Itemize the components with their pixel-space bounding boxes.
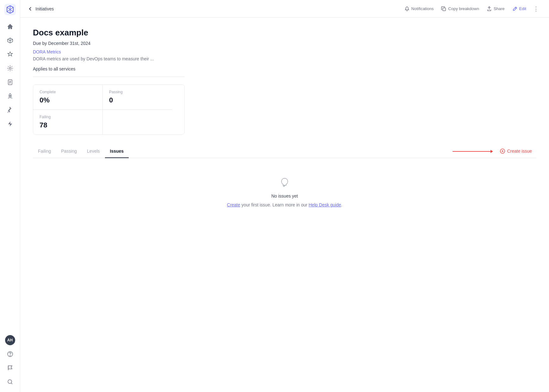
svg-rect-8 <box>443 8 446 11</box>
back-arrow-icon <box>28 6 33 11</box>
copy-icon <box>441 6 446 11</box>
empty-desc-suffix: . <box>341 202 342 207</box>
edit-button[interactable]: Edit <box>509 4 529 13</box>
topbar: Initiatives Notifications Copy breakdown… <box>20 0 549 18</box>
create-first-issue-link[interactable]: Create <box>227 202 240 207</box>
topbar-actions: Notifications Copy breakdown Share Edit … <box>401 4 541 14</box>
copy-breakdown-label: Copy breakdown <box>448 6 479 11</box>
due-date: Due by December 31st, 2024 <box>33 41 536 46</box>
sidebar-item-document[interactable] <box>4 76 16 89</box>
back-button[interactable]: Initiatives <box>28 6 54 11</box>
passing-label: Passing <box>109 90 166 94</box>
help-desk-link[interactable]: Help Desk guide <box>309 202 341 207</box>
share-icon <box>487 6 492 11</box>
empty-title: No issues yet <box>271 193 298 199</box>
topbar-title: Initiatives <box>35 6 54 11</box>
applies-label: Applies to all services <box>33 66 536 71</box>
empty-desc-middle: your first issue. Learn more in our <box>240 202 309 207</box>
tab-failing[interactable]: Failing <box>33 145 56 158</box>
tab-issues[interactable]: Issues <box>105 145 129 158</box>
arrow-line <box>453 151 490 152</box>
sidebar-item-flag[interactable] <box>4 362 16 374</box>
page-title: Docs example <box>33 28 536 38</box>
sidebar-item-settings[interactable] <box>4 62 16 75</box>
tab-levels[interactable]: Levels <box>82 145 105 158</box>
copy-breakdown-button[interactable]: Copy breakdown <box>438 4 482 13</box>
dora-metrics-link[interactable]: DORA Metrics <box>33 49 61 54</box>
empty-stat <box>103 110 172 134</box>
app-logo[interactable] <box>4 4 16 15</box>
lightbulb-icon <box>279 177 290 190</box>
sidebar-item-home[interactable] <box>4 20 16 33</box>
create-issue-button[interactable]: Create issue <box>496 146 536 156</box>
notifications-button[interactable]: Notifications <box>401 4 437 13</box>
page-content: Docs example Due by December 31st, 2024 … <box>20 18 549 392</box>
complete-label: Complete <box>40 90 96 94</box>
edit-icon <box>512 6 517 11</box>
empty-description: Create your first issue. Learn more in o… <box>227 202 342 207</box>
sidebar-item-search[interactable] <box>4 376 16 388</box>
svg-point-6 <box>8 380 12 383</box>
sidebar-item-cube[interactable] <box>4 34 16 47</box>
tabs-spacer <box>129 150 496 153</box>
stats-grid: Complete 0% Passing 0 Failing 78 <box>33 84 185 135</box>
svg-point-3 <box>9 95 10 96</box>
edit-label: Edit <box>519 6 526 11</box>
description-text: DORA metrics are used by DevOps teams to… <box>33 56 536 61</box>
failing-label: Failing <box>40 115 96 119</box>
share-button[interactable]: Share <box>484 4 508 13</box>
svg-point-5 <box>10 355 10 356</box>
arrow-container <box>129 150 496 153</box>
share-label: Share <box>494 6 505 11</box>
passing-value: 0 <box>109 96 166 104</box>
complete-value: 0% <box>40 96 96 104</box>
bell-icon <box>404 6 410 11</box>
sidebar-item-help[interactable] <box>4 348 16 360</box>
tabs-list: Failing Passing Levels Issues <box>33 145 129 158</box>
tab-passing[interactable]: Passing <box>56 145 82 158</box>
sidebar-item-rocket[interactable] <box>4 90 16 102</box>
sidebar-item-bolt[interactable] <box>4 118 16 130</box>
plus-circle-icon <box>500 149 505 154</box>
svg-point-1 <box>9 67 11 69</box>
tabs-bar: Failing Passing Levels Issues Create iss… <box>33 145 536 158</box>
complete-stat: Complete 0% <box>33 85 103 110</box>
sidebar-item-pin[interactable] <box>4 104 16 116</box>
failing-value: 78 <box>40 121 96 129</box>
notifications-label: Notifications <box>411 6 434 11</box>
sidebar-item-star[interactable] <box>4 48 16 61</box>
passing-stat: Passing 0 <box>103 85 172 110</box>
red-arrow <box>453 150 493 153</box>
failing-stat: Failing 78 <box>33 110 103 134</box>
section-divider <box>33 77 185 77</box>
empty-state: No issues yet Create your first issue. L… <box>33 158 536 220</box>
user-avatar[interactable]: AH <box>5 335 15 345</box>
create-issue-label: Create issue <box>507 149 532 154</box>
arrow-head <box>490 150 493 153</box>
sidebar: AH <box>0 0 20 392</box>
more-options-button[interactable]: ⋮ <box>531 4 541 14</box>
main-content: Initiatives Notifications Copy breakdown… <box>20 0 549 392</box>
